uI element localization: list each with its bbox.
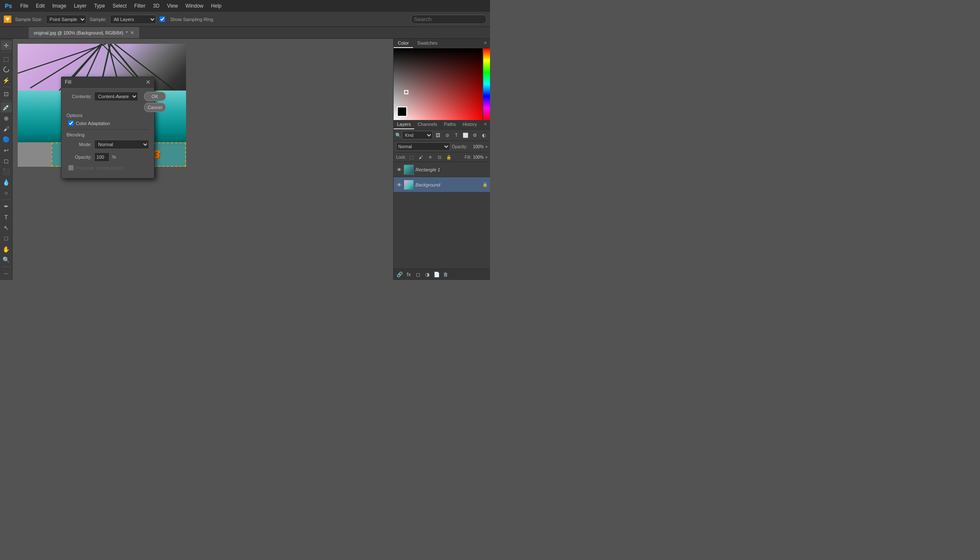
fill-dialog-close[interactable]: ✕ [146,79,151,85]
document-tab-close[interactable]: ✕ [130,30,134,36]
add-mask-btn[interactable]: ◻ [414,270,422,279]
foreground-color[interactable] [397,107,407,117]
shape-filter-btn[interactable]: ⬜ [461,131,470,139]
lasso-tool[interactable] [1,65,12,75]
lock-transparent-btn[interactable]: ⬚ [408,153,415,161]
layers-mode-row: Normal Opacity: 100% ▾ [394,141,490,152]
tab-channels[interactable]: Channels [414,120,440,129]
link-layers-btn[interactable]: 🔗 [395,270,404,279]
text-filter-btn[interactable]: T [452,131,461,139]
menu-select[interactable]: Select [109,2,130,10]
mode-select[interactable]: Normal [94,140,149,149]
layer-visibility-toggle[interactable]: 👁 [396,182,402,187]
menu-type[interactable]: Type [91,2,108,10]
new-layer-btn[interactable]: 📄 [432,270,441,279]
eyedropper-tool-icon[interactable]: 🔽 [3,15,12,23]
sample-select[interactable]: All Layers [110,15,156,24]
lock-artboard-btn[interactable]: ⊡ [436,153,443,161]
clone-tool[interactable]: 🔵 [1,135,12,144]
fill-cancel-button[interactable]: Cancel [144,103,166,112]
tab-layers[interactable]: Layers [394,120,414,129]
opacity-label: Opacity: [452,144,467,149]
zoom-tool[interactable]: 🔍 [1,255,12,264]
menu-help[interactable]: Help [208,2,225,10]
search-input[interactable] [411,15,487,24]
blur-tool[interactable]: 💧 [1,177,12,187]
document-tab[interactable]: original.jpg @ 100% (Background, RGB/8#)… [29,27,140,38]
opacity-dropdown[interactable]: ▾ [485,144,487,149]
layer-mode-select[interactable]: Normal [396,142,450,151]
fill-value[interactable]: 100% [473,155,484,160]
color-panel: Color Swatches ≡ [394,39,490,120]
gradient-tool[interactable]: ⬛ [1,167,12,176]
healing-tool[interactable]: ⊕ [1,113,12,123]
dodge-tool[interactable]: ○ [1,188,12,197]
crop-tool[interactable]: ⊡ [1,89,12,99]
fill-dialog-titlebar[interactable]: Fill ✕ [61,77,154,88]
arrow-tool[interactable]: ↖ [1,223,12,232]
layers-panel-menu[interactable]: ≡ [481,120,490,129]
eraser-tool[interactable]: ◻ [1,156,12,165]
tab-swatches[interactable]: Swatches [413,39,442,48]
new-fill-layer-btn[interactable]: ◑ [423,270,431,279]
layer-visibility-toggle[interactable]: 👁 [396,167,402,172]
menu-image[interactable]: Image [49,2,69,10]
tab-paths[interactable]: Paths [441,120,459,129]
hand-tool[interactable]: ✋ [1,244,12,254]
show-ring-checkbox[interactable] [160,16,165,22]
layer-name: Background [415,182,481,187]
color-picker-gradient[interactable] [394,48,482,120]
filter-toggle-btn[interactable]: ◐ [480,131,488,139]
contents-label: Contents: [67,94,92,99]
layer-lock-icon: 🔒 [482,182,487,187]
layer-item[interactable]: 👁 Rectangle 1 [394,162,490,177]
lock-all-btn[interactable]: 🔒 [445,153,453,161]
pen-tool[interactable]: ✒ [1,202,12,211]
layers-panel: Layers Channels Paths History ≡ 🔍 Kind 🖼… [394,120,490,280]
menu-edit[interactable]: Edit [32,2,48,10]
menu-window[interactable]: Window [182,2,207,10]
color-spectrum-bar[interactable] [483,48,490,120]
menu-3d[interactable]: 3D [149,2,162,10]
opacity-label: Opacity: [67,155,92,160]
opacity-input[interactable]: 100 [94,152,109,162]
adjustment-filter-btn[interactable]: ⊘ [443,131,451,139]
fill-ok-button[interactable]: OK [144,92,166,101]
move-tool[interactable]: ✛ [1,40,12,50]
add-style-btn[interactable]: fx [405,270,413,279]
layers-kind-select[interactable]: Kind [402,131,433,139]
layers-panel-tabs: Layers Channels Paths History ≡ [394,120,490,130]
menu-view[interactable]: View [164,2,181,10]
layer-thumbnail [404,180,414,190]
layer-item[interactable]: 👁 Background 🔒 [394,177,490,192]
tab-color[interactable]: Color [394,39,413,48]
text-tool[interactable]: T [1,212,12,222]
sample-size-label: Sample Size: [15,17,43,22]
brush-tool[interactable]: 🖌 [1,124,12,133]
eyedropper-tool[interactable]: 💉 [1,102,12,112]
menu-layer[interactable]: Layer [70,2,90,10]
mode-label: Mode: [67,142,92,147]
lock-position-btn[interactable]: ✛ [426,153,434,161]
select-tool[interactable]: ⬚ [1,54,12,64]
tab-history[interactable]: History [459,120,480,129]
preserve-transparency-checkbox[interactable] [68,165,74,171]
history-brush[interactable]: ↩ [1,145,12,155]
color-panel-menu[interactable]: ≡ [481,39,490,48]
pixel-filter-btn[interactable]: 🖼 [434,131,442,139]
color-adaptation-checkbox[interactable] [68,120,74,126]
sample-size-select[interactable]: Point Sample [46,15,86,24]
color-panel-tabs: Color Swatches ≡ [394,39,490,48]
more-tools[interactable]: ··· [1,269,12,278]
document-tab-name: original.jpg @ 100% (Background, RGB/8#) [34,30,123,35]
contents-select[interactable]: Content-Aware [94,92,138,101]
fill-dropdown[interactable]: ▾ [485,155,487,160]
shape-tool[interactable]: □ [1,234,12,243]
smart-filter-btn[interactable]: ⚙ [471,131,479,139]
opacity-value[interactable]: 100% [469,144,484,149]
magic-wand-tool[interactable]: ⚡ [1,75,12,85]
delete-layer-btn[interactable]: 🗑 [442,270,450,279]
menu-file[interactable]: File [17,2,32,10]
lock-image-btn[interactable]: 🖌 [417,153,425,161]
menu-filter[interactable]: Filter [131,2,149,10]
